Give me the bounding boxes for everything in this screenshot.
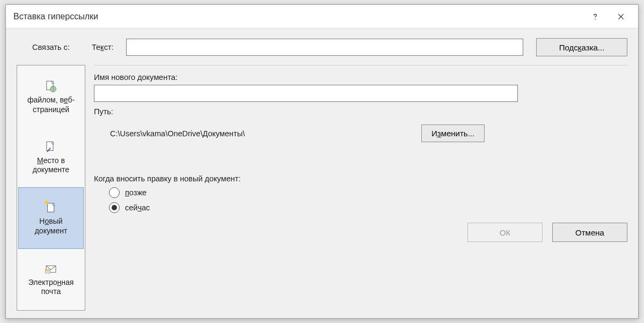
radio-now-row[interactable]: сейчас: [109, 202, 627, 213]
svg-rect-4: [48, 203, 54, 212]
radio-later[interactable]: [109, 187, 120, 198]
new-document-icon: [43, 200, 58, 215]
dialog-title: Вставка гиперссылки: [13, 12, 582, 21]
sidebar-item-label: файлом, веб-страницей: [27, 96, 75, 114]
place-in-doc-icon: [43, 140, 58, 155]
new-doc-name-label: Имя нового документа:: [94, 73, 627, 82]
help-button[interactable]: [582, 5, 608, 28]
sidebar-item-label: Электроннаяпочта: [28, 278, 74, 297]
svg-point-0: [595, 18, 596, 19]
path-label: Путь:: [94, 107, 627, 116]
ok-button[interactable]: ОК: [467, 223, 543, 242]
link-type-sidebar: файлом, веб-страницей Место вдокументе Н…: [17, 65, 85, 311]
screentip-button[interactable]: Подсказка...: [536, 38, 627, 56]
sidebar-item-file-web[interactable]: файлом, веб-страницей: [18, 67, 84, 127]
cancel-button[interactable]: Отмена: [552, 223, 627, 242]
help-icon: [591, 13, 599, 20]
file-web-icon: [43, 79, 58, 94]
new-document-panel: Имя нового документа: Путь: C:\Users\vka…: [94, 65, 627, 311]
radio-later-label: позже: [125, 188, 147, 197]
insert-hyperlink-dialog: Вставка гиперссылки Связать с: Текст: По…: [5, 4, 639, 319]
when-edit-label: Когда вносить правку в новый документ:: [94, 174, 627, 183]
radio-now[interactable]: [109, 202, 120, 213]
sidebar-item-label: Место вдокументе: [33, 156, 69, 175]
sidebar-item-new-document[interactable]: Новыйдокумент: [18, 187, 84, 249]
sidebar-item-label: Новыйдокумент: [35, 217, 68, 236]
email-icon: [43, 261, 58, 276]
text-row: Связать с: Текст: Подсказка...: [17, 38, 627, 56]
close-button[interactable]: [608, 5, 634, 28]
sidebar-item-place-in-doc[interactable]: Место вдокументе: [18, 127, 84, 188]
radio-now-label: сейчас: [125, 203, 150, 212]
close-icon: [617, 13, 625, 20]
when-edit-group: Когда вносить правку в новый документ: п…: [94, 174, 627, 217]
link-with-label: Связать с:: [17, 43, 85, 52]
titlebar: Вставка гиперссылки: [6, 5, 638, 28]
dialog-footer: ОК Отмена: [94, 217, 627, 242]
sidebar-item-email[interactable]: Электроннаяпочта: [18, 249, 84, 310]
display-text-input[interactable]: [126, 39, 523, 56]
new-doc-name-input[interactable]: [94, 85, 518, 102]
text-label: Текст:: [92, 43, 120, 52]
path-value: C:\Users\vkama\OneDrive\Документы\: [94, 129, 411, 138]
change-path-button[interactable]: Изменить...: [421, 124, 485, 142]
radio-later-row[interactable]: позже: [109, 187, 627, 198]
